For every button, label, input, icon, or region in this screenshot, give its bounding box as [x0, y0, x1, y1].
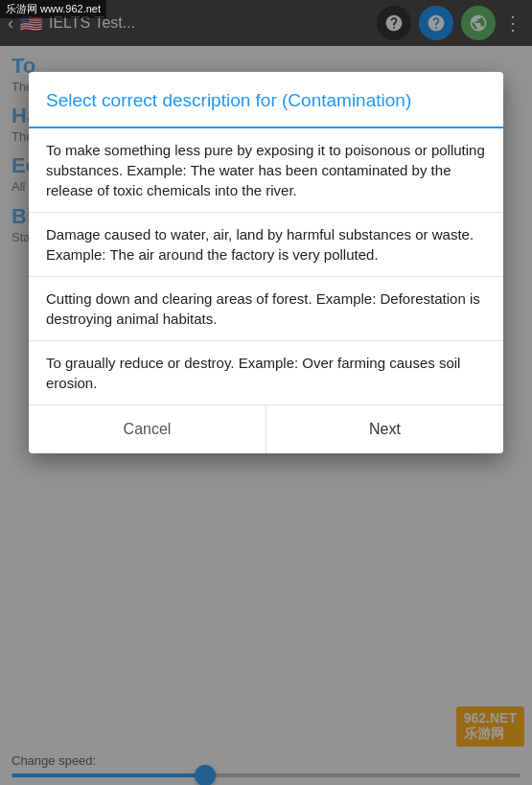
- cancel-button[interactable]: Cancel: [29, 405, 266, 453]
- next-button[interactable]: Next: [266, 405, 503, 453]
- dialog-options: To make something less pure by exposing …: [29, 128, 503, 404]
- option-item-2[interactable]: Damage caused to water, air, land by har…: [29, 213, 503, 277]
- dialog-header: Select correct description for (Contamin…: [29, 72, 503, 128]
- dialog-actions: Cancel Next: [29, 404, 503, 453]
- option-item-1[interactable]: To make something less pure by exposing …: [29, 128, 503, 213]
- option-item-4[interactable]: To graually reduce or destroy. Example: …: [29, 341, 503, 404]
- dialog: Select correct description for (Contamin…: [29, 72, 503, 453]
- option-item-3[interactable]: Cutting down and clearing areas of fores…: [29, 277, 503, 341]
- watermark-top: 乐游网 www.962.net: [0, 0, 106, 18]
- dialog-title: Select correct description for (Contamin…: [46, 89, 486, 113]
